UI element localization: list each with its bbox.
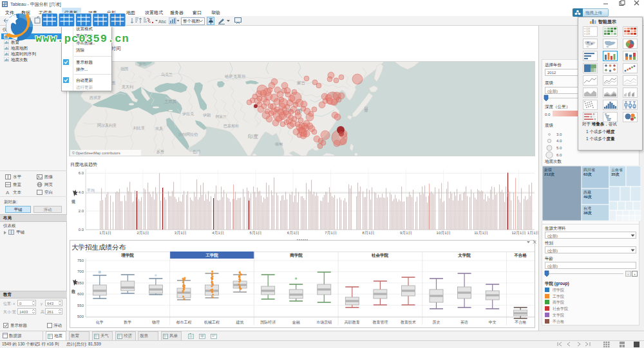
svg-text:伊拉克: 伊拉克 [182, 111, 194, 116]
svg-text:综合分数: 综合分数 [71, 289, 75, 294]
svg-text:社会学院: 社会学院 [371, 253, 389, 258]
svg-text:新疆: 新疆 [544, 167, 552, 172]
svg-text:德国: 德国 [120, 67, 128, 71]
svg-text:云南省: 云南省 [611, 168, 623, 172]
svg-text:不合格: 不合格 [514, 253, 527, 258]
svg-text:212次: 212次 [544, 172, 555, 177]
svg-text:哈萨克斯坦: 哈萨克斯坦 [225, 74, 246, 79]
svg-text:高职教育: 高职教育 [345, 320, 360, 325]
svg-text:11月1日: 11月1日 [474, 231, 488, 235]
svg-text:49次: 49次 [583, 194, 592, 199]
svg-text:5月1日: 5月1日 [250, 231, 262, 235]
svg-text:四川省: 四川省 [583, 168, 595, 172]
svg-text:600: 600 [77, 292, 84, 296]
svg-text:沙特阿拉伯: 沙特阿拉伯 [178, 133, 198, 137]
svg-text:3月1日: 3月1日 [175, 231, 187, 235]
svg-text:建筑: 建筑 [236, 320, 244, 325]
svg-text:土耳其: 土耳其 [164, 99, 177, 104]
svg-text:700: 700 [77, 270, 84, 273]
svg-text:6月1日: 6月1日 [287, 231, 299, 235]
svg-text:www.pc0359.cn: www.pc0359.cn [35, 33, 129, 45]
svg-text:1月1日: 1月1日 [527, 231, 538, 235]
svg-text:化学: 化学 [96, 320, 104, 325]
svg-text:市场营销: 市场营销 [316, 320, 332, 325]
svg-text:印度: 印度 [248, 134, 258, 140]
svg-text:英语: 英语 [460, 320, 468, 325]
svg-text:500: 500 [77, 315, 84, 318]
svg-text:© OpenStreetMap contributors: © OpenStreetMap contributors [72, 151, 120, 155]
svg-text:1月1日: 1月1日 [99, 231, 111, 235]
svg-text:6.0: 6.0 [79, 171, 84, 175]
svg-text:阿富汗: 阿富汗 [216, 114, 227, 119]
svg-text:63次: 63次 [583, 172, 592, 177]
svg-text:650: 650 [77, 281, 84, 285]
svg-text:中文: 中文 [489, 320, 497, 324]
svg-text:A: A [6, 190, 10, 195]
svg-text:2月1日: 2月1日 [137, 231, 149, 235]
svg-text:西班牙: 西班牙 [90, 96, 101, 100]
svg-text:理学院: 理学院 [120, 253, 134, 258]
svg-text:机械工程: 机械工程 [204, 320, 220, 324]
svg-text:文学院: 文学院 [457, 253, 471, 258]
svg-text:≡ 123: ≡ 123 [584, 33, 590, 35]
svg-text:金融: 金融 [292, 320, 300, 325]
svg-text:也门: 也门 [193, 149, 200, 154]
svg-text:4月1日: 4月1日 [212, 231, 224, 235]
svg-text:乌克兰: 乌克兰 [161, 72, 173, 77]
svg-text:550: 550 [77, 304, 84, 307]
svg-text:蒙古: 蒙古 [297, 80, 306, 86]
svg-text:西藏: 西藏 [583, 190, 591, 195]
svg-text:巴基斯坦: 巴基斯坦 [223, 124, 239, 128]
svg-text:教育管理: 教育管理 [372, 320, 388, 325]
svg-text:物理: 物理 [152, 320, 160, 325]
svg-text:苏丹: 苏丹 [156, 149, 164, 154]
svg-text:10月1日: 10月1日 [437, 231, 451, 235]
svg-text:商学院: 商学院 [289, 253, 303, 258]
svg-text:0.0: 0.0 [79, 228, 84, 232]
svg-text:35次: 35次 [611, 172, 620, 177]
svg-text:9月1日: 9月1日 [400, 231, 412, 235]
svg-text:平均: 平均 [87, 188, 95, 192]
svg-text:意大利: 意大利 [121, 84, 133, 89]
svg-text:都市工程: 都市工程 [176, 320, 192, 325]
svg-text:数学: 数学 [124, 320, 131, 324]
svg-text:历史: 历史 [433, 320, 440, 325]
svg-text:12月1日: 12月1日 [511, 231, 526, 235]
svg-text:阿尔及利亚: 阿尔及利亚 [97, 123, 117, 128]
svg-text:震级: 震级 [71, 199, 75, 204]
svg-text:国际经济: 国际经济 [260, 320, 276, 325]
svg-text:7月1日: 7月1日 [325, 231, 337, 235]
svg-text:4.0: 4.0 [79, 190, 84, 194]
svg-text:不合格: 不合格 [515, 320, 526, 325]
svg-text:缅甸: 缅甸 [275, 142, 283, 147]
svg-text:750: 750 [77, 259, 84, 262]
svg-text:8月1日: 8月1日 [363, 231, 375, 235]
svg-text:台湾: 台湾 [583, 206, 591, 211]
svg-text:埃及: 埃及 [155, 127, 163, 131]
svg-text:利比亚: 利比亚 [133, 125, 145, 131]
svg-text:38次: 38次 [583, 210, 592, 215]
svg-text:教育技术: 教育技术 [401, 320, 416, 325]
svg-text:波兰: 波兰 [138, 62, 146, 66]
svg-text:2.0: 2.0 [79, 209, 84, 213]
svg-text:伊朗: 伊朗 [203, 113, 211, 117]
svg-text:工学院: 工学院 [205, 253, 218, 258]
